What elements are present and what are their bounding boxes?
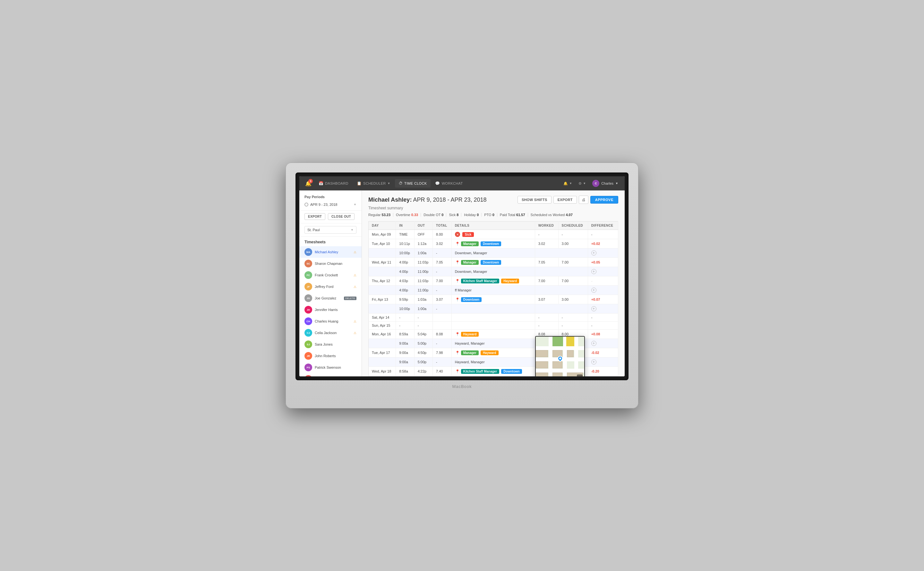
cell-total: 7.40 bbox=[432, 367, 451, 376]
employee-item[interactable]: FC Frank Crockett ⚠ bbox=[299, 269, 362, 281]
location-pin-icon[interactable]: 📍 bbox=[455, 260, 460, 265]
employee-item[interactable]: CH Charles Huang ⚠ bbox=[299, 315, 362, 327]
map-expand-button[interactable]: ⤢ bbox=[577, 375, 583, 377]
scheduler-icon: 📋 bbox=[357, 181, 362, 186]
settings-button[interactable]: ⚙ ▼ bbox=[576, 180, 588, 187]
difference-value: +0.02 bbox=[591, 242, 600, 245]
alert-icon: ⚠ bbox=[354, 319, 356, 323]
employee-item[interactable]: SC Sharon Chapman bbox=[299, 258, 362, 269]
employee-item[interactable]: JH Jennifer Harris bbox=[299, 304, 362, 315]
add-row-button[interactable]: + bbox=[591, 306, 596, 311]
remove-button[interactable]: ✕ bbox=[455, 232, 460, 237]
paid-total-value: 61.57 bbox=[516, 213, 525, 217]
export-timesheet-button[interactable]: EXPORT bbox=[553, 196, 577, 204]
location-pin-icon[interactable]: 📍 bbox=[455, 350, 460, 355]
difference-value: +0.07 bbox=[591, 298, 600, 301]
map-road bbox=[549, 336, 553, 377]
user-name: Charles bbox=[601, 182, 613, 185]
cell-total: 3.02 bbox=[432, 239, 451, 248]
cell-in: 10:00p bbox=[396, 248, 414, 258]
print-button[interactable]: 🖨 bbox=[579, 196, 588, 204]
date-range-title: APR 9, 2018 - APR 23, 2018 bbox=[413, 196, 486, 203]
col-out: OUT bbox=[414, 222, 432, 230]
location-pin-icon[interactable]: 📍 bbox=[455, 332, 460, 336]
employee-avatar: SJ bbox=[305, 341, 312, 348]
employee-item[interactable]: JF Jeffrey Ford ⚠ bbox=[299, 281, 362, 292]
employee-item[interactable]: SJ Sara Jones bbox=[299, 339, 362, 350]
scheduler-dropdown-icon: ▼ bbox=[388, 182, 390, 185]
cell-details: 📍 Downtown bbox=[451, 295, 535, 304]
cell-details bbox=[451, 322, 535, 330]
cell-scheduled: 3.00 bbox=[558, 295, 588, 304]
col-total: TOTAL bbox=[432, 222, 451, 230]
add-row-button[interactable]: + bbox=[591, 288, 596, 293]
navbar: 🔔 3 📅 DASHBOARD 📋 SCHEDULER ▼ ⏱ bbox=[299, 176, 625, 190]
cell-total: - bbox=[432, 248, 451, 258]
macbook-frame: 🔔 3 📅 DASHBOARD 📋 SCHEDULER ▼ ⏱ bbox=[286, 162, 638, 409]
cell-in: 4:00p bbox=[396, 258, 414, 267]
close-out-button[interactable]: CLOSE OUT bbox=[328, 213, 354, 220]
cell-day bbox=[368, 286, 396, 295]
cell-day: Mon, Apr 16 bbox=[368, 330, 396, 339]
notifications-button[interactable]: 🔔 ▼ bbox=[561, 180, 574, 187]
location-pin-icon[interactable]: 📍 bbox=[455, 369, 460, 374]
add-row-button[interactable]: + bbox=[591, 341, 596, 346]
cell-difference: - bbox=[588, 276, 618, 286]
employee-item[interactable]: AT Angie Thomas ⚠ bbox=[299, 373, 362, 377]
nav-scheduler[interactable]: 📋 SCHEDULER ▼ bbox=[353, 179, 394, 188]
cell-details: 📍 Kitchen Staff Manager Downtown bbox=[451, 367, 535, 376]
user-avatar: C bbox=[592, 180, 599, 187]
cell-out: 11:00p bbox=[414, 267, 432, 276]
location-pin-icon[interactable]: 📍 bbox=[455, 278, 460, 283]
cell-difference: - bbox=[588, 313, 618, 322]
difference-value: -0.20 bbox=[591, 369, 599, 373]
cell-out: 4:22p bbox=[414, 367, 432, 376]
cell-worked: 7.00 bbox=[535, 276, 558, 286]
cell-details: 📍 Manager Downtown bbox=[451, 239, 535, 248]
employee-list: MA Michael Ashley ⚠ SC Sharon Chapman FC… bbox=[299, 246, 362, 377]
employee-avatar: PS bbox=[305, 364, 312, 371]
cell-in: 10:11p bbox=[396, 239, 414, 248]
pay-period-selector[interactable]: APR 9 - 23, 2018 ▼ bbox=[305, 201, 356, 208]
table-sub-row: 10:00p 1:00a - Downtown, Manager + bbox=[368, 248, 618, 258]
cell-worked: 7.05 bbox=[535, 258, 558, 267]
cell-empty bbox=[535, 304, 588, 313]
nav-dashboard[interactable]: 📅 DASHBOARD bbox=[315, 179, 352, 188]
add-row-button[interactable]: + bbox=[591, 250, 596, 256]
cell-in: 8:58a bbox=[396, 367, 414, 376]
cell-day bbox=[368, 304, 396, 313]
double-ot-value: 0 bbox=[441, 213, 443, 217]
employee-item[interactable]: CJ Ceila Jackson ⚠ bbox=[299, 327, 362, 339]
employee-item[interactable]: JR John Roberts bbox=[299, 350, 362, 362]
show-shifts-button[interactable]: SHOW SHIFTS bbox=[517, 196, 551, 204]
tag-downtown: Downtown bbox=[461, 297, 482, 302]
nav-timeclock[interactable]: ⏱ TIME CLOCK bbox=[395, 179, 431, 188]
location-pin-icon[interactable]: 📍 bbox=[455, 241, 460, 246]
timesheet-subtitle: Timesheet summary bbox=[368, 206, 618, 210]
cell-total: - bbox=[432, 358, 451, 367]
cell-day bbox=[368, 339, 396, 348]
nav-workchat[interactable]: 💬 WORKCHAT bbox=[431, 179, 466, 188]
cell-difference: -0.20 bbox=[588, 367, 618, 376]
cell-in: 4:00p bbox=[396, 286, 414, 295]
add-row-button[interactable]: + bbox=[591, 269, 596, 274]
export-button[interactable]: EXPORT bbox=[305, 213, 325, 220]
employee-avatar: SC bbox=[305, 260, 312, 267]
map-pin-inner bbox=[559, 357, 562, 360]
timesheets-label: Timesheets bbox=[299, 237, 362, 246]
timeclock-icon: ⏱ bbox=[399, 181, 402, 186]
employee-item[interactable]: MA Michael Ashley ⚠ bbox=[299, 246, 362, 258]
location-dropdown[interactable]: St. Paul ▼ bbox=[305, 226, 356, 234]
add-row-button[interactable]: + bbox=[591, 360, 596, 364]
approve-button[interactable]: APPROVE bbox=[590, 196, 618, 204]
location-pin-icon[interactable]: 📍 bbox=[455, 297, 460, 302]
cell-total: 7.00 bbox=[432, 276, 451, 286]
employee-avatar: JF bbox=[305, 283, 312, 290]
cell-in: 9:00a bbox=[396, 358, 414, 367]
employee-item[interactable]: JG Joe Gonzalez DELETE bbox=[299, 292, 362, 304]
employee-item[interactable]: PS Patrick Swenson bbox=[299, 362, 362, 373]
user-menu-button[interactable]: C Charles ▼ bbox=[590, 179, 621, 188]
notification-bell[interactable]: 🔔 3 bbox=[303, 178, 313, 188]
col-worked: WORKED bbox=[535, 222, 558, 230]
tag-downtown: Downtown bbox=[481, 260, 501, 265]
